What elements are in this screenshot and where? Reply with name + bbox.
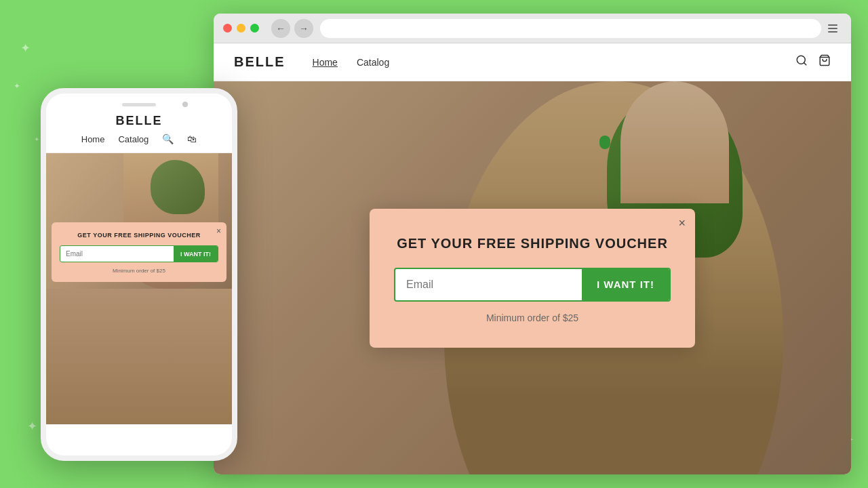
phone-bottom-content — [46, 289, 232, 424]
phone-camera — [182, 102, 188, 107]
popup-close-button[interactable]: × — [678, 217, 686, 229]
popup-form: I WANT IT! — [394, 268, 671, 302]
voucher-popup: × GET YOUR FREE SHIPPING VOUCHER I WANT … — [370, 209, 695, 348]
phone-popup-form: I WANT IT! — [60, 245, 218, 262]
phone-hero: × GET YOUR FREE SHIPPING VOUCHER I WANT … — [46, 153, 232, 289]
popup-title: GET YOUR FREE SHIPPING VOUCHER — [394, 236, 671, 251]
browser-nav: ← → — [271, 19, 313, 38]
phone-email-input[interactable] — [60, 246, 174, 262]
browser-menu-button[interactable] — [828, 19, 842, 38]
phone-submit-button[interactable]: I WANT IT! — [174, 246, 218, 262]
phone-nav-home[interactable]: Home — [81, 134, 105, 144]
close-button[interactable] — [223, 24, 232, 33]
site-nav-icons — [795, 54, 831, 70]
min-order-text: Minimum order of $25 — [394, 312, 671, 323]
email-input[interactable] — [395, 269, 582, 300]
phone-popup-title: GET YOUR FREE SHIPPING VOUCHER — [60, 232, 218, 239]
address-bar[interactable] — [320, 19, 821, 38]
browser-window: ← → BELLE Home Catalog — [214, 14, 851, 474]
maximize-button[interactable] — [250, 24, 259, 33]
star-decoration: ✦ — [20, 41, 31, 56]
site-navbar: BELLE Home Catalog — [214, 43, 851, 81]
forward-button[interactable]: → — [294, 19, 313, 38]
phone-nav-catalog[interactable]: Catalog — [118, 134, 149, 144]
minimize-button[interactable] — [237, 24, 245, 33]
phone-speaker — [122, 103, 156, 106]
phone-content: BELLE Home Catalog 🔍 🛍 × GET YOUR FREE S… — [46, 94, 232, 455]
back-button[interactable]: ← — [271, 19, 290, 38]
phone-logo: BELLE — [57, 114, 221, 128]
nav-link-home[interactable]: Home — [313, 57, 338, 68]
phone-cart-icon[interactable]: 🛍 — [187, 134, 197, 144]
phone-popup: × GET YOUR FREE SHIPPING VOUCHER I WANT … — [52, 222, 226, 282]
phone-min-order: Minimum order of $25 — [60, 268, 218, 274]
popup-overlay: × GET YOUR FREE SHIPPING VOUCHER I WANT … — [214, 81, 851, 474]
phone-nav-links: Home Catalog 🔍 🛍 — [57, 134, 221, 144]
website: BELLE Home Catalog — [214, 43, 851, 474]
site-logo: BELLE — [234, 54, 285, 70]
mobile-phone: BELLE Home Catalog 🔍 🛍 × GET YOUR FREE S… — [41, 88, 237, 461]
hero-section: × GET YOUR FREE SHIPPING VOUCHER I WANT … — [214, 81, 851, 474]
browser-chrome: ← → — [214, 14, 851, 43]
star-decoration-4: ✦ — [27, 419, 37, 434]
traffic-lights — [223, 24, 259, 33]
star-decoration-3: ✦ — [34, 136, 39, 143]
phone-popup-close-button[interactable]: × — [216, 226, 221, 236]
star-decoration-2: ✦ — [14, 81, 20, 91]
nav-link-catalog[interactable]: Catalog — [357, 57, 389, 68]
submit-button[interactable]: I WANT IT! — [582, 269, 669, 300]
site-nav-links: Home Catalog — [313, 57, 390, 68]
phone-search-icon[interactable]: 🔍 — [162, 134, 174, 144]
search-icon[interactable] — [795, 54, 808, 70]
svg-line-1 — [804, 62, 806, 64]
cart-icon[interactable] — [818, 54, 831, 70]
